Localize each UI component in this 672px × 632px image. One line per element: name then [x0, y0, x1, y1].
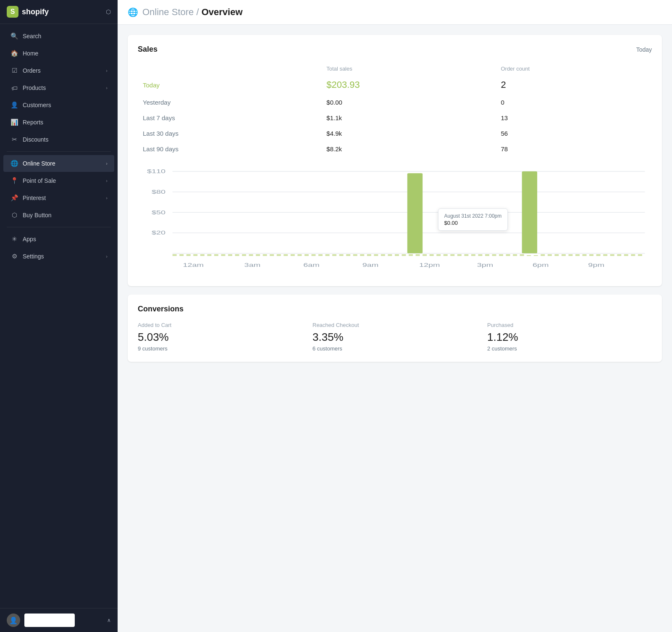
breadcrumb-part1: Online Store	[142, 7, 194, 17]
svg-rect-10	[407, 173, 423, 253]
shopify-logo-text: shopify	[22, 8, 49, 16]
conversion-item: Purchased 1.12% 2 customers	[487, 322, 652, 352]
nav-item-left: 📍 Point of Sale	[10, 176, 56, 185]
conversions-grid: Added to Cart 5.03% 9 customers Reached …	[138, 322, 652, 352]
sidebar-item-home[interactable]: 🏠 Home	[3, 45, 114, 62]
breadcrumb-part2: Overview	[202, 7, 243, 17]
svg-text:3am: 3am	[244, 262, 261, 269]
row-order-count: 78	[496, 141, 652, 157]
nav-item-left: 🔍 Search	[10, 32, 41, 40]
nav-item-left: 👤 Customers	[10, 101, 51, 109]
sidebar-item-products[interactable]: 🏷 Products ›	[3, 79, 114, 96]
chevron-right-icon: ›	[106, 178, 108, 183]
nav-item-left: ✂ Discounts	[10, 135, 48, 144]
row-order-count: 2	[496, 75, 652, 95]
row-label: Last 7 days	[138, 110, 321, 126]
nav-divider	[7, 151, 111, 152]
sales-card-header: Sales Today	[138, 45, 652, 54]
svg-text:$80: $80	[152, 189, 165, 195]
col-order-count: Order count	[496, 62, 652, 75]
row-label: Yesterday	[138, 95, 321, 110]
row-total-sales: $1.1k	[321, 110, 496, 126]
sidebar-item-buy-button[interactable]: ⬡ Buy Button	[3, 207, 114, 224]
svg-text:12pm: 12pm	[419, 262, 440, 269]
sidebar-item-label-home: Home	[23, 50, 38, 57]
table-row: Today $203.93 2	[138, 75, 652, 95]
content-area: Sales Today Total sales Order count Toda…	[118, 25, 672, 372]
row-label: Last 90 days	[138, 141, 321, 157]
row-total-sales: $8.2k	[321, 141, 496, 157]
row-order-count: 13	[496, 110, 652, 126]
sales-table: Total sales Order count Today $203.93 2 …	[138, 62, 652, 157]
breadcrumb-separator: /	[196, 7, 201, 17]
sales-card-title: Sales	[138, 45, 158, 54]
external-link-icon[interactable]: ⬡	[106, 8, 111, 15]
sidebar-item-apps[interactable]: ✳ Apps	[3, 231, 114, 248]
conversion-value: 5.03%	[138, 331, 302, 344]
sidebar-item-settings[interactable]: ⚙ Settings ›	[3, 248, 114, 265]
sidebar-item-reports[interactable]: 📊 Reports	[3, 114, 114, 131]
row-order-count: 56	[496, 126, 652, 141]
reports-icon: 📊	[10, 118, 18, 126]
conversion-label: Added to Cart	[138, 322, 302, 328]
store-name-box[interactable]	[24, 614, 75, 627]
nav-item-left: 🏷 Products	[10, 84, 46, 92]
sidebar-item-label-point-of-sale: Point of Sale	[23, 177, 56, 184]
conversion-value: 3.35%	[312, 331, 477, 344]
conversion-item: Reached Checkout 3.35% 6 customers	[312, 322, 477, 352]
nav-item-left: 🌐 Online Store	[10, 159, 55, 168]
products-icon: 🏷	[10, 84, 18, 92]
row-total-sales: $4.9k	[321, 126, 496, 141]
search-icon: 🔍	[10, 32, 18, 40]
conversion-sub: 6 customers	[312, 345, 477, 352]
svg-text:$50: $50	[152, 209, 165, 216]
svg-text:6pm: 6pm	[533, 262, 549, 269]
shopify-logo[interactable]: S shopify	[7, 6, 49, 18]
row-label: Today	[138, 75, 321, 95]
sidebar-item-label-buy-button: Buy Button	[23, 212, 52, 219]
nav-item-left: ☑ Orders	[10, 66, 41, 75]
sales-card-period: Today	[636, 46, 652, 53]
svg-text:12am: 12am	[183, 262, 204, 269]
discounts-icon: ✂	[10, 135, 18, 144]
table-row: Last 7 days $1.1k 13	[138, 110, 652, 126]
conversion-value: 1.12%	[487, 331, 652, 344]
orders-icon: ☑	[10, 66, 18, 75]
globe-icon: 🌐	[128, 7, 138, 17]
conversions-card-title: Conversions	[138, 305, 184, 313]
svg-text:9pm: 9pm	[588, 262, 604, 269]
sidebar-item-pinterest[interactable]: 📌 Pinterest ›	[3, 190, 114, 206]
home-icon: 🏠	[10, 49, 18, 58]
svg-text:9am: 9am	[362, 262, 379, 269]
page-title: Online Store / Overview	[142, 7, 243, 18]
table-row: Last 90 days $8.2k 78	[138, 141, 652, 157]
sidebar-item-point-of-sale[interactable]: 📍 Point of Sale ›	[3, 172, 114, 189]
sidebar-item-orders[interactable]: ☑ Orders ›	[3, 62, 114, 79]
conversion-label: Reached Checkout	[312, 322, 477, 328]
conversions-card: Conversions Added to Cart 5.03% 9 custom…	[128, 295, 662, 362]
chevron-right-icon: ›	[106, 254, 108, 259]
sidebar-item-label-search: Search	[23, 33, 41, 40]
sidebar-item-label-customers: Customers	[23, 102, 51, 108]
sidebar-item-customers[interactable]: 👤 Customers	[3, 97, 114, 113]
col-total-sales: Total sales	[321, 62, 496, 75]
svg-text:$110: $110	[147, 169, 165, 175]
customers-icon: 👤	[10, 101, 18, 109]
main-content: 🌐 Online Store / Overview Sales Today To…	[118, 0, 672, 632]
conversion-label: Purchased	[487, 322, 652, 328]
chevron-right-icon: ›	[106, 68, 108, 73]
sidebar-item-online-store[interactable]: 🌐 Online Store ›	[3, 155, 114, 172]
sidebar-item-label-apps: Apps	[23, 236, 36, 242]
conversions-card-header: Conversions	[138, 305, 652, 313]
chevron-up-icon: ∧	[107, 617, 111, 623]
chevron-right-icon: ›	[106, 85, 108, 90]
nav-item-left: 📌 Pinterest	[10, 194, 46, 202]
nav-item-left: 🏠 Home	[10, 49, 38, 58]
sidebar-item-search[interactable]: 🔍 Search	[3, 28, 114, 45]
chart-svg: $110 $80 $50 $20 12am 3am	[138, 167, 652, 276]
sidebar-item-discounts[interactable]: ✂ Discounts	[3, 131, 114, 148]
chevron-right-icon: ›	[106, 195, 108, 200]
avatar: 👤	[7, 614, 20, 627]
svg-text:6am: 6am	[303, 262, 320, 269]
sidebar-item-label-reports: Reports	[23, 119, 43, 126]
